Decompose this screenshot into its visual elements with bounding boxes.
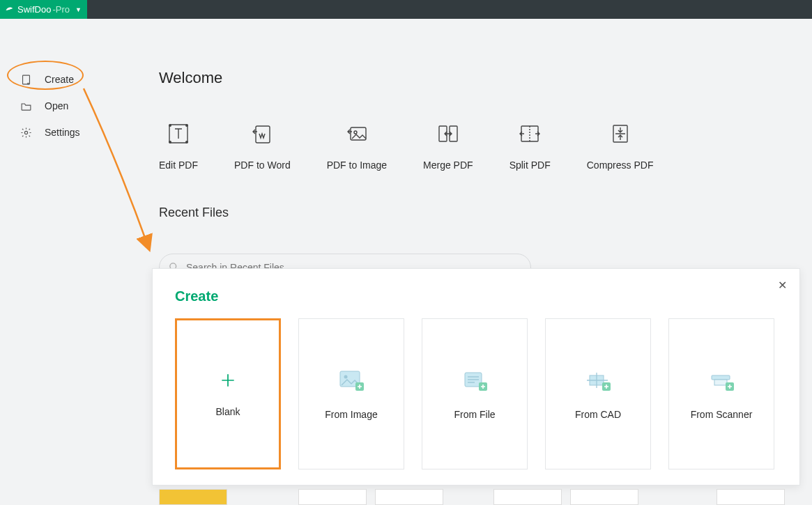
- plus-icon: [219, 371, 237, 389]
- create-option-from-scanner[interactable]: From Scanner: [668, 318, 774, 469]
- merge-pdf-icon: [435, 121, 461, 147]
- sidebar-item-open[interactable]: Open: [0, 93, 150, 119]
- qa-merge-pdf[interactable]: Merge PDF: [423, 121, 473, 171]
- sidebar-item-settings[interactable]: Settings: [0, 119, 150, 146]
- svg-point-6: [186, 141, 188, 143]
- scanner-icon: [707, 368, 735, 392]
- svg-point-9: [354, 131, 357, 134]
- brand-badge[interactable]: SwifDoo-Pro ▼: [0, 0, 87, 19]
- image-icon: [337, 368, 365, 392]
- close-button[interactable]: ✕: [778, 279, 787, 292]
- create-option-label: From Scanner: [691, 409, 753, 420]
- qa-edit-pdf[interactable]: Edit PDF: [159, 121, 198, 171]
- create-options: Blank From Image From File From CAD From…: [175, 318, 777, 469]
- create-option-label: From CAD: [575, 409, 621, 420]
- qa-label: Edit PDF: [159, 160, 198, 171]
- gear-icon: [20, 126, 32, 139]
- brand-name: SwifDoo: [17, 4, 51, 15]
- close-icon: ✕: [778, 279, 787, 291]
- file-icon: [461, 368, 489, 392]
- cad-icon: [584, 368, 612, 392]
- create-option-blank[interactable]: Blank: [175, 318, 281, 469]
- quick-actions: Edit PDF PDF to Word PDF to Image Merge …: [159, 121, 812, 171]
- svg-rect-22: [712, 375, 730, 380]
- create-option-from-file[interactable]: From File: [422, 318, 528, 469]
- qa-label: Merge PDF: [423, 160, 473, 171]
- svg-rect-23: [714, 380, 727, 385]
- create-option-from-image[interactable]: From Image: [298, 318, 404, 469]
- qa-compress-pdf[interactable]: Compress PDF: [587, 121, 654, 171]
- create-option-label: From File: [454, 409, 495, 420]
- svg-point-5: [169, 141, 171, 143]
- qa-split-pdf[interactable]: Split PDF: [510, 121, 551, 171]
- create-popup: Create ✕ Blank From Image From File: [152, 268, 800, 485]
- pdf-to-image-icon: [344, 121, 370, 147]
- titlebar: SwifDoo-Pro ▼: [0, 0, 812, 19]
- qa-label: PDF to Word: [234, 160, 291, 171]
- popup-title: Create: [175, 288, 777, 304]
- svg-point-16: [344, 375, 348, 378]
- sidebar-item-label: Open: [45, 100, 68, 111]
- svg-rect-0: [22, 75, 29, 84]
- pdf-to-word-icon: [249, 121, 275, 147]
- qa-label: Compress PDF: [587, 160, 654, 171]
- sidebar: Create Open Settings: [0, 19, 150, 505]
- recent-thumbnails: [159, 489, 812, 505]
- qa-pdf-to-image[interactable]: PDF to Image: [327, 121, 387, 171]
- svg-point-3: [169, 125, 171, 127]
- folder-icon: [20, 100, 32, 112]
- recent-files-title: Recent Files: [159, 205, 812, 220]
- qa-label: PDF to Image: [327, 160, 387, 171]
- thumbnail[interactable]: [298, 489, 367, 505]
- thumbnail[interactable]: [159, 489, 227, 505]
- thumbnail[interactable]: [717, 489, 785, 505]
- page-title: Welcome: [159, 69, 812, 87]
- create-option-label: From Image: [325, 409, 377, 420]
- brand-suffix: -Pro: [52, 4, 70, 15]
- create-option-from-cad[interactable]: From CAD: [545, 318, 651, 469]
- create-option-label: Blank: [215, 406, 240, 417]
- chevron-down-icon: ▼: [75, 6, 82, 13]
- edit-pdf-icon: [165, 121, 192, 147]
- svg-point-1: [24, 131, 27, 134]
- thumbnail[interactable]: [570, 489, 638, 505]
- qa-label: Split PDF: [510, 160, 551, 171]
- thumbnail[interactable]: [493, 489, 562, 505]
- brand-icon: [4, 4, 15, 15]
- thumbnail[interactable]: [375, 489, 443, 505]
- create-icon: [20, 73, 32, 86]
- compress-pdf-icon: [607, 121, 634, 147]
- qa-pdf-to-word[interactable]: PDF to Word: [234, 121, 291, 171]
- svg-point-4: [186, 125, 188, 127]
- split-pdf-icon: [516, 121, 543, 147]
- sidebar-item-create[interactable]: Create: [0, 66, 150, 93]
- sidebar-item-label: Create: [45, 74, 74, 85]
- sidebar-item-label: Settings: [45, 127, 80, 138]
